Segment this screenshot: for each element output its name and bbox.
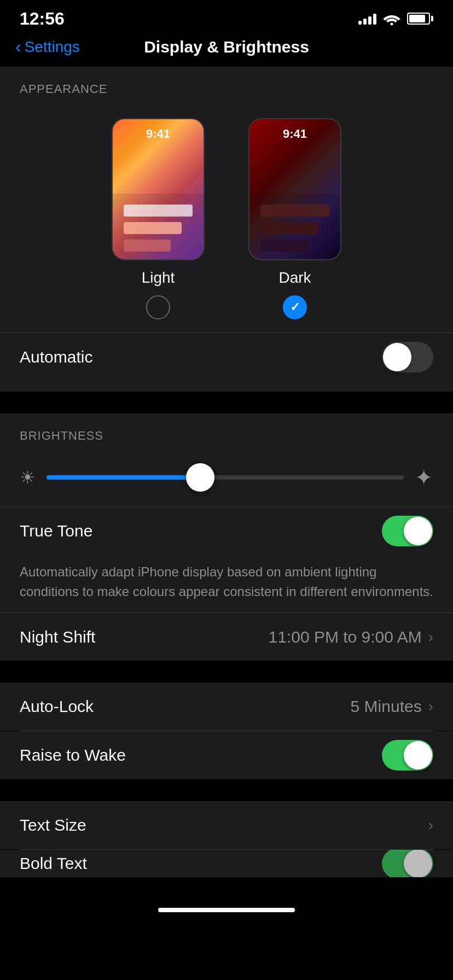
dark-radio[interactable]: ✓ xyxy=(283,295,307,319)
brightness-slider[interactable] xyxy=(47,475,404,480)
raise-to-wake-row: Raise to Wake xyxy=(0,731,453,779)
status-time: 12:56 xyxy=(20,9,65,29)
home-bar xyxy=(158,908,295,912)
navigation-bar: ‹ Settings Display & Brightness xyxy=(0,33,453,67)
back-chevron-icon: ‹ xyxy=(15,38,21,55)
auto-lock-chevron-icon: › xyxy=(428,698,433,715)
auto-lock-right: 5 Minutes › xyxy=(351,697,433,716)
bold-text-toggle-thumb xyxy=(404,850,432,877)
light-label: Light xyxy=(142,269,175,287)
checkmark-icon: ✓ xyxy=(290,300,300,314)
night-shift-right: 11:00 PM to 9:00 AM › xyxy=(269,628,434,646)
light-preview-bars xyxy=(113,194,204,259)
auto-lock-label: Auto-Lock xyxy=(20,697,94,716)
true-tone-toggle[interactable] xyxy=(382,516,433,546)
light-preview-time: 9:41 xyxy=(113,127,204,141)
text-size-chevron-icon: › xyxy=(428,816,433,834)
gap-3 xyxy=(0,779,453,801)
dark-label: Dark xyxy=(278,269,311,287)
true-tone-description: Automatically adapt iPhone display based… xyxy=(0,555,453,612)
raise-to-wake-toggle-thumb xyxy=(404,741,432,769)
gap-2 xyxy=(0,661,453,682)
brightness-slider-section: ☀ ✦ xyxy=(0,448,453,506)
light-radio[interactable] xyxy=(146,295,170,319)
brightness-slider-row: ☀ ✦ xyxy=(20,465,433,490)
battery-icon xyxy=(407,13,433,25)
gap-1 xyxy=(0,392,453,413)
auto-lock-value: 5 Minutes xyxy=(351,697,422,716)
dark-preview: 9:41 xyxy=(248,118,341,260)
bold-text-toggle[interactable] xyxy=(382,850,433,877)
toggle-thumb xyxy=(383,343,411,371)
night-shift-row[interactable]: Night Shift 11:00 PM to 9:00 AM › xyxy=(0,612,453,661)
brightness-thumb[interactable] xyxy=(186,463,214,492)
bold-text-row: Bold Text xyxy=(0,850,453,877)
svg-point-0 xyxy=(391,23,393,26)
back-button[interactable]: ‹ Settings xyxy=(15,38,80,56)
page-title: Display & Brightness xyxy=(144,38,309,56)
true-tone-label: True Tone xyxy=(20,522,92,540)
auto-lock-row[interactable]: Auto-Lock 5 Minutes › xyxy=(0,682,453,731)
automatic-toggle[interactable] xyxy=(382,342,433,372)
true-tone-toggle-thumb xyxy=(404,517,432,545)
sun-bright-icon: ✦ xyxy=(415,465,433,490)
signal-icon xyxy=(358,13,376,25)
night-shift-chevron-icon: › xyxy=(428,628,433,646)
dark-preview-bars xyxy=(249,194,340,259)
light-preview: 9:41 xyxy=(112,118,205,260)
raise-to-wake-label: Raise to Wake xyxy=(20,746,126,765)
night-shift-label: Night Shift xyxy=(20,628,95,646)
appearance-options: 9:41 Light 9:41 Dark xyxy=(0,118,453,319)
text-size-row[interactable]: Text Size › xyxy=(0,801,453,849)
appearance-section: 9:41 Light 9:41 Dark xyxy=(0,102,453,392)
bold-text-label: Bold Text xyxy=(20,854,87,873)
brightness-fill xyxy=(47,475,200,480)
status-bar: 12:56 xyxy=(0,0,453,33)
wifi-icon xyxy=(383,12,400,25)
back-label: Settings xyxy=(25,38,80,56)
true-tone-row: True Tone xyxy=(0,506,453,555)
automatic-row: Automatic xyxy=(0,332,453,381)
appearance-section-header: APPEARANCE xyxy=(0,67,453,102)
appearance-dark-option[interactable]: 9:41 Dark ✓ xyxy=(248,118,341,319)
brightness-section-header: BRIGHTNESS xyxy=(0,413,453,448)
appearance-light-option[interactable]: 9:41 Light xyxy=(112,118,205,319)
sun-dim-icon: ☀ xyxy=(20,467,36,488)
text-size-label: Text Size xyxy=(20,816,86,835)
text-size-right: › xyxy=(428,816,433,834)
raise-to-wake-toggle[interactable] xyxy=(382,740,433,771)
night-shift-value: 11:00 PM to 9:00 AM xyxy=(269,628,422,646)
home-indicator xyxy=(0,899,453,917)
automatic-label: Automatic xyxy=(20,348,92,366)
status-icons xyxy=(358,12,433,25)
dark-preview-time: 9:41 xyxy=(249,127,340,141)
